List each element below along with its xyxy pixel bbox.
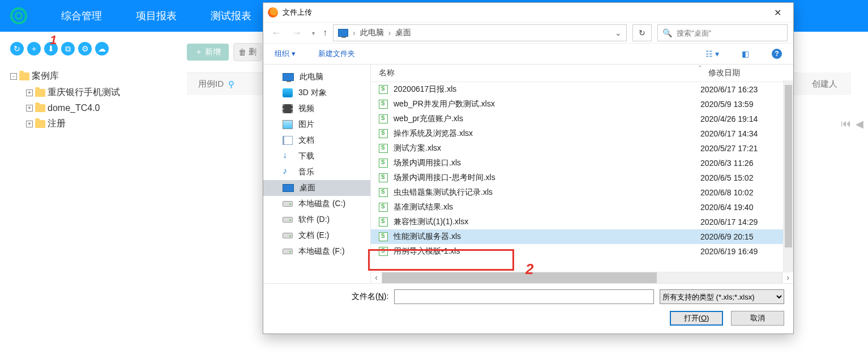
filename-input[interactable] — [394, 289, 654, 304]
tree-node[interactable]: +注册 — [10, 116, 169, 132]
close-button[interactable]: ✕ — [766, 3, 789, 22]
file-row[interactable]: 20200617日报.xls2020/6/17 16:23 — [371, 82, 793, 97]
new-button[interactable]: ＋ 新增 — [187, 44, 229, 61]
scroll-thumb[interactable] — [785, 85, 792, 247]
nav-item[interactable]: 测试报表 — [211, 9, 251, 23]
nav-tree: 此电脑3D 对象视频图片文档↓下载♪音乐桌面本地磁盘 (C:)软件 (D:)文档… — [263, 65, 371, 283]
file-row[interactable]: web_pr充值账户.xls2020/4/26 19:14 — [371, 112, 793, 126]
doc-icon — [283, 136, 293, 145]
cloud-icon[interactable]: ☁ — [95, 42, 109, 55]
xls-icon — [379, 217, 388, 226]
nav-label: 音乐 — [298, 167, 314, 177]
expand-icon[interactable]: + — [26, 121, 33, 127]
file-row[interactable]: 兼容性测试(1)(1).xlsx2020/6/17 14:29 — [371, 215, 793, 229]
nav-item[interactable]: 本地磁盘 (C:) — [263, 196, 370, 212]
cancel-button[interactable]: 取消 — [731, 311, 784, 326]
refresh-icon[interactable]: ↻ — [10, 42, 24, 55]
nav-item[interactable]: 此电脑 — [263, 69, 370, 85]
nav-item[interactable]: 文档 (E:) — [263, 228, 370, 243]
file-row[interactable]: web_PR并发用户数测试.xlsx2020/5/9 13:59 — [371, 97, 793, 112]
back-icon[interactable]: ← — [269, 27, 284, 39]
v-scrollbar[interactable] — [783, 80, 793, 272]
search-input[interactable] — [677, 29, 783, 37]
nav-item[interactable]: ♪音乐 — [263, 164, 370, 180]
address-dropdown-icon[interactable]: ⌄ — [615, 28, 622, 37]
file-name: 20200617日报.xls — [394, 84, 700, 95]
scroll-right-icon[interactable]: › — [782, 272, 793, 283]
file-row[interactable]: 操作系统及浏览器.xlsx2020/6/17 14:34 — [371, 126, 793, 141]
first-page-icon[interactable]: ⏮ — [841, 118, 851, 130]
col-date[interactable]: 修改日期 — [708, 65, 793, 82]
filetype-select[interactable]: 所有支持的类型 (*.xls;*.xlsx) — [660, 289, 784, 304]
breadcrumb-item[interactable]: 桌面 — [395, 28, 411, 38]
xls-icon — [379, 203, 388, 212]
history-dropdown[interactable]: ▾ — [310, 30, 317, 36]
collapse-icon[interactable]: - — [10, 73, 17, 80]
nav-item[interactable]: ↓下载 — [263, 148, 370, 164]
up-icon[interactable]: ↑ — [323, 28, 327, 38]
file-row[interactable]: 基准测试结果.xls2020/6/4 19:40 — [371, 200, 793, 215]
nav-item[interactable]: 视频 — [263, 101, 370, 117]
add-icon[interactable]: + — [27, 42, 41, 55]
address-bar[interactable]: › 此电脑 › 桌面 ⌄ — [333, 24, 627, 41]
filter-icon[interactable]: ⚲ — [228, 79, 234, 89]
xls-icon — [379, 232, 388, 241]
settings-icon[interactable]: ⚙ — [78, 42, 92, 55]
file-name: 虫虫错题集测试执行记录.xls — [394, 187, 700, 198]
scroll-thumb[interactable] — [382, 272, 657, 283]
chevron-right-icon: › — [353, 28, 356, 37]
xls-icon — [379, 173, 388, 182]
nav-item[interactable]: 3D 对象 — [263, 85, 370, 101]
help-icon[interactable]: ? — [772, 49, 782, 59]
desk-icon — [283, 184, 294, 192]
refresh-button[interactable]: ↻ — [632, 24, 652, 41]
breadcrumb-item[interactable]: 此电脑 — [360, 28, 384, 38]
search-box[interactable]: 🔍 — [657, 24, 788, 41]
delete-button[interactable]: 🗑 删 — [233, 43, 262, 61]
prev-page-icon[interactable]: ◀ — [856, 118, 863, 130]
nav-item[interactable]: 本地磁盘 (F:) — [263, 243, 370, 259]
nav-label: 下载 — [298, 151, 314, 161]
action-toolbar: ↻ + ⬇ ⧉ ⚙ ☁ — [10, 42, 109, 55]
file-row[interactable]: 场景内调用接口.xls2020/6/3 11:26 — [371, 156, 793, 170]
file-rows: 20200617日报.xls2020/6/17 16:23web_PR并发用户数… — [371, 82, 793, 272]
col-name[interactable]: 名称 — [371, 65, 691, 82]
file-row[interactable]: 测试方案.xlsx2020/5/27 17:21 — [371, 141, 793, 156]
file-list-header: 名称 ⌃ 修改日期 — [371, 65, 793, 82]
pic-icon — [283, 120, 293, 129]
sort-icon: ⌃ — [691, 65, 708, 82]
open-button[interactable]: 打开(O) — [670, 311, 723, 326]
nav-item[interactable]: 项目报表 — [136, 9, 177, 23]
vid-icon — [283, 104, 293, 113]
preview-pane-icon[interactable]: ◧ — [742, 49, 749, 58]
file-name: 性能测试服务器.xls — [394, 232, 700, 242]
file-date: 2020/5/27 17:21 — [700, 144, 785, 153]
dialog-nav: ← → ▾ ↑ › 此电脑 › 桌面 ⌄ ↻ 🔍 — [263, 22, 793, 44]
nav-item[interactable]: 图片 — [263, 117, 370, 133]
xls-icon — [379, 247, 388, 256]
chevron-right-icon: › — [388, 28, 391, 37]
nav-item[interactable]: 软件 (D:) — [263, 212, 370, 228]
newfolder-button[interactable]: 新建文件夹 — [318, 49, 355, 59]
nav-item[interactable]: 综合管理 — [61, 9, 102, 23]
tree-root[interactable]: - 案例库 — [10, 68, 169, 84]
xls-icon — [379, 114, 388, 123]
nav-item[interactable]: 桌面 — [263, 180, 370, 196]
file-row[interactable]: 虫虫错题集测试执行记录.xls2020/6/8 10:02 — [371, 185, 793, 200]
tree-node[interactable]: +dome_TC4.0 — [10, 101, 169, 116]
nav-item[interactable]: 文档 — [263, 133, 370, 148]
file-row[interactable]: 性能测试服务器.xls2020/6/9 20:15 — [371, 229, 793, 244]
scroll-left-icon[interactable]: ‹ — [371, 272, 382, 283]
file-date: 2020/5/9 13:59 — [700, 100, 785, 109]
file-row[interactable]: 场景内调用接口-思考时间.xls2020/6/5 15:02 — [371, 170, 793, 185]
expand-icon[interactable]: + — [26, 89, 33, 96]
forward-icon[interactable]: → — [289, 27, 304, 39]
organize-menu[interactable]: 组织 ▾ — [275, 49, 296, 59]
expand-icon[interactable]: + — [26, 105, 33, 112]
view-mode-icon[interactable]: ☷ ▾ — [705, 49, 719, 58]
file-row[interactable]: 用例导入模版-1.xls2020/6/19 16:49 — [371, 244, 793, 259]
xls-icon — [379, 129, 388, 138]
tree-node[interactable]: +重庆银行手机测试 — [10, 84, 169, 101]
copy-icon[interactable]: ⧉ — [61, 42, 75, 55]
h-scrollbar[interactable]: ‹ › — [371, 272, 793, 283]
